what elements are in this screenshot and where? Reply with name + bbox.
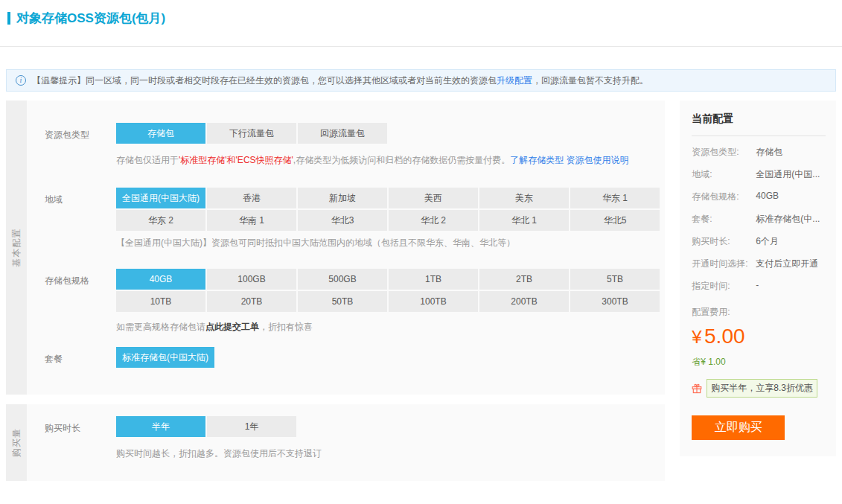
spec-option[interactable]: 300TB xyxy=(570,291,660,312)
promo-badge: 购买半年，立享8.3折优惠 xyxy=(707,379,817,398)
spec-option[interactable]: 20TB xyxy=(207,291,296,312)
spec-note-after: ，折扣有惊喜 xyxy=(259,322,313,332)
package-type-desc-text1: 存储包仅适用于 xyxy=(116,155,179,165)
header-divider xyxy=(0,46,842,47)
config-row-value: 6个月 xyxy=(756,235,779,248)
spec-option[interactable]: 10TB xyxy=(116,291,205,312)
plan-option[interactable]: 标准存储包(中国大陆) xyxy=(116,347,214,368)
spec-options: 40GB100GB500GB1TB2TB5TB10TB20TB50TB100TB… xyxy=(116,269,663,312)
purchase-panel: 购买量 购买时长 半年1年 购买时间越长，折扣越多。资源包使用后不支持退订 xyxy=(6,404,665,481)
price: ¥ 5.00 xyxy=(692,325,826,348)
title-accent-bar xyxy=(7,12,10,25)
notice-text-before: 【温馨提示】同一区域，同一时段或者相交时段存在已经生效的资源包，您可以选择其他区… xyxy=(32,75,497,86)
package-type-row: 资源包类型 存储包下行流量包回源流量包 xyxy=(45,123,665,144)
plan-label: 套餐 xyxy=(45,347,116,368)
config-row-label: 购买时长: xyxy=(692,235,756,248)
region-option[interactable]: 华北3 xyxy=(298,210,387,231)
duration-note: 购买时间越长，折扣越多。资源包使用后不支持退订 xyxy=(116,447,665,460)
region-options: 全国通用(中国大陆)香港新加坡美西美东华东 1华东 2华南 1华北3华北 2华北… xyxy=(116,188,663,231)
config-row: 资源包类型: 存储包 xyxy=(692,146,826,159)
purchase-side-label: 购买量 xyxy=(10,428,23,457)
duration-option[interactable]: 1年 xyxy=(207,416,296,437)
config-row-value: - xyxy=(756,280,759,293)
config-row-value: 40GB xyxy=(756,191,779,203)
region-option[interactable]: 华北 1 xyxy=(479,210,569,231)
duration-row: 购买时长 半年1年 xyxy=(45,416,665,437)
plan-options: 标准存储包(中国大陆) xyxy=(116,347,663,368)
promo-row: 购买半年，立享8.3折优惠 xyxy=(692,379,826,398)
config-row: 地域: 全国通用(中国... xyxy=(692,168,826,181)
region-row: 地域 全国通用(中国大陆)香港新加坡美西美东华东 1华东 2华南 1华北3华北 … xyxy=(45,188,665,231)
region-option[interactable]: 华东 2 xyxy=(116,210,205,231)
config-row-label: 指定时间: xyxy=(692,280,756,293)
region-option[interactable]: 华北5 xyxy=(570,210,660,231)
region-note: 【全国通用(中国大陆)】资源包可同时抵扣中国大陆范围内的地域（包括且不限华东、华… xyxy=(116,237,665,249)
config-row-label: 开通时间选择: xyxy=(692,258,756,270)
basic-config-side-strip: 基本配置 xyxy=(6,101,27,395)
current-config-rows: 资源包类型: 存储包 地域: 全国通用(中国... 存储包规格: 40GB 套餐… xyxy=(692,146,826,293)
spec-label: 存储包规格 xyxy=(45,269,116,312)
region-option[interactable]: 华东 1 xyxy=(570,188,660,208)
config-row: 套餐: 标准存储包(中... xyxy=(692,213,826,226)
main-content: 基本配置 资源包类型 存储包下行流量包回源流量包 存储包仅适用于'标准型存储'和… xyxy=(6,101,836,481)
config-row-value: 全国通用(中国... xyxy=(756,168,820,181)
region-option[interactable]: 新加坡 xyxy=(298,188,387,208)
submit-ticket-link[interactable]: 点此提交工单 xyxy=(205,322,259,332)
storage-type-link[interactable]: 了解存储类型 xyxy=(510,155,564,165)
config-row-label: 套餐: xyxy=(692,213,756,226)
config-row-value: 存储包 xyxy=(756,146,782,159)
region-option[interactable]: 香港 xyxy=(207,188,296,208)
savings-text: 省¥ 1.00 xyxy=(692,356,826,369)
config-row: 购买时长: 6个月 xyxy=(692,235,826,248)
config-row: 开通时间选择: 支付后立即开通 xyxy=(692,258,826,270)
upgrade-config-link[interactable]: 升级配置 xyxy=(497,75,532,86)
spec-option[interactable]: 2TB xyxy=(479,269,569,290)
current-config-panel: 当前配置 资源包类型: 存储包 地域: 全国通用(中国... 存储包规格: 40… xyxy=(680,101,836,456)
duration-option[interactable]: 半年 xyxy=(116,416,205,437)
config-row-value: 标准存储包(中... xyxy=(756,213,820,226)
config-row-label: 存储包规格: xyxy=(692,191,756,203)
duration-options: 半年1年 xyxy=(116,416,663,437)
config-row: 指定时间: - xyxy=(692,280,826,293)
purchase-side-strip: 购买量 xyxy=(6,404,27,481)
fee-label: 配置费用: xyxy=(692,306,826,319)
region-option[interactable]: 全国通用(中国大陆) xyxy=(116,188,205,208)
region-option[interactable]: 美东 xyxy=(479,188,569,208)
gift-icon xyxy=(692,383,702,394)
page-title: 对象存储OSS资源包(包月) xyxy=(16,10,165,27)
package-type-desc: 存储包仅适用于'标准型存储'和'ECS快照存储',存储类型为低频访问和归档的存储… xyxy=(116,154,665,167)
spec-option[interactable]: 200TB xyxy=(479,291,569,312)
region-option[interactable]: 华北 2 xyxy=(389,210,478,231)
notice-bar: i 【温馨提示】同一区域，同一时段或者相交时段存在已经生效的资源包，您可以选择其… xyxy=(6,69,836,92)
region-label: 地域 xyxy=(45,188,116,231)
package-type-desc-highlight: '标准型存储'和'ECS快照存储' xyxy=(179,155,293,165)
config-row: 存储包规格: 40GB xyxy=(692,191,826,203)
spec-option[interactable]: 500GB xyxy=(298,269,387,290)
config-row-value: 支付后立即开通 xyxy=(756,258,818,270)
package-type-option[interactable]: 存储包 xyxy=(116,123,205,144)
region-option[interactable]: 美西 xyxy=(389,188,478,208)
buy-now-button[interactable]: 立即购买 xyxy=(692,415,785,440)
spec-note: 如需更高规格存储包请点此提交工单，折扣有惊喜 xyxy=(116,321,665,334)
spec-option[interactable]: 40GB xyxy=(116,269,205,290)
notice-text: 【温馨提示】同一区域，同一时段或者相交时段存在已经生效的资源包，您可以选择其他区… xyxy=(32,74,648,87)
basic-config-body: 资源包类型 存储包下行流量包回源流量包 存储包仅适用于'标准型存储'和'ECS快… xyxy=(27,101,665,395)
package-usage-link[interactable]: 资源包使用说明 xyxy=(567,155,629,165)
region-option[interactable]: 华南 1 xyxy=(207,210,296,231)
price-amount: 5.00 xyxy=(704,325,745,348)
info-icon: i xyxy=(16,75,26,86)
spec-option[interactable]: 50TB xyxy=(298,291,387,312)
config-row-label: 资源包类型: xyxy=(692,146,756,159)
duration-label: 购买时长 xyxy=(45,416,116,437)
current-config-title: 当前配置 xyxy=(692,112,826,136)
spec-option[interactable]: 100GB xyxy=(207,269,296,290)
spec-option[interactable]: 100TB xyxy=(389,291,478,312)
spec-option[interactable]: 5TB xyxy=(570,269,660,290)
basic-config-side-label: 基本配置 xyxy=(10,229,23,267)
form-column: 基本配置 资源包类型 存储包下行流量包回源流量包 存储包仅适用于'标准型存储'和… xyxy=(6,101,665,481)
price-currency: ¥ xyxy=(692,327,701,347)
spec-option[interactable]: 1TB xyxy=(389,269,478,290)
package-type-option[interactable]: 回源流量包 xyxy=(298,123,387,144)
package-type-option[interactable]: 下行流量包 xyxy=(207,123,296,144)
page-header: 对象存储OSS资源包(包月) xyxy=(0,0,842,27)
